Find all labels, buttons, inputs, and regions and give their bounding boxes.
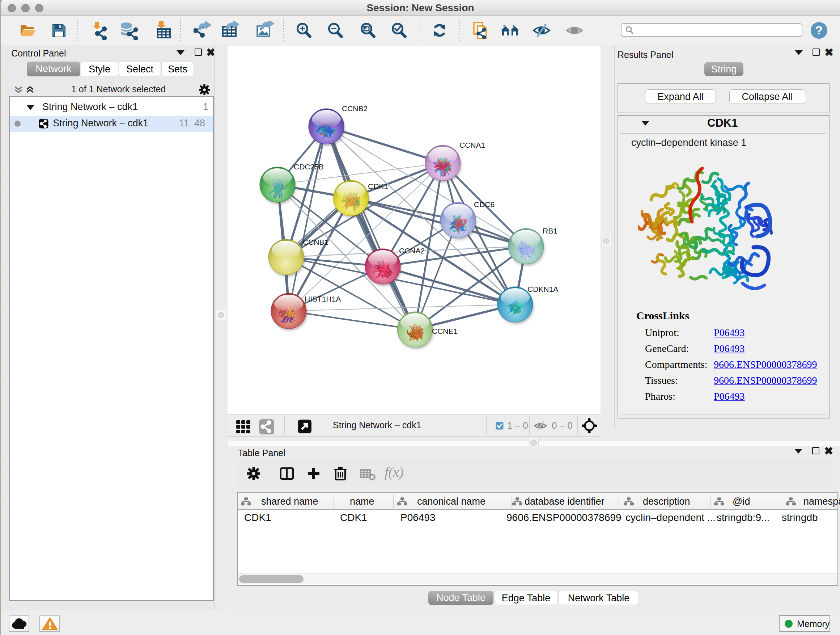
svg-text:CDC25B: CDC25B — [294, 163, 324, 171]
svg-text:RB1: RB1 — [543, 226, 557, 235]
svg-text:CCNE1: CCNE1 — [432, 327, 458, 335]
svg-text:CCNB1: CCNB1 — [303, 238, 328, 246]
svg-text:CDC6: CDC6 — [474, 200, 494, 209]
svg-text:HIST1H1A: HIST1H1A — [305, 295, 341, 303]
svg-text:CCNA2: CCNA2 — [399, 247, 425, 255]
svg-text:CDKN1A: CDKN1A — [527, 285, 558, 293]
svg-text:CDK1: CDK1 — [368, 182, 388, 190]
svg-text:CCNB2: CCNB2 — [342, 104, 368, 112]
svg-text:CCNA1: CCNA1 — [459, 141, 485, 149]
svg-text:?: ? — [815, 23, 823, 37]
